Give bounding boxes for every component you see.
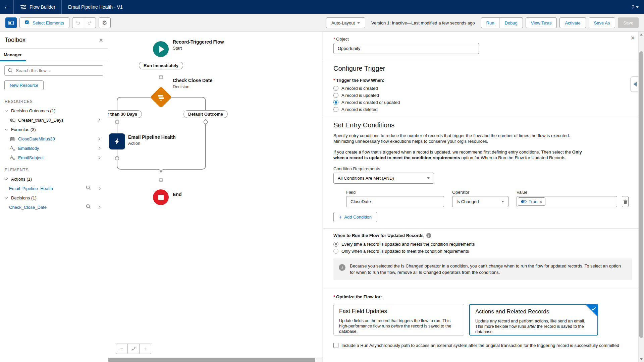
radio-record-created[interactable]: A record is created: [333, 86, 629, 91]
group-formulas[interactable]: Formulas (3): [4, 125, 103, 134]
search-input[interactable]: [4, 65, 103, 76]
save-as-button[interactable]: Save As: [589, 17, 615, 28]
connector-add-node[interactable]: [115, 120, 119, 124]
group-decisions[interactable]: Decisions (1): [4, 193, 103, 202]
undo-button[interactable]: [72, 17, 84, 28]
delete-condition-button[interactable]: [622, 196, 629, 207]
chevron-down-icon: [427, 177, 430, 179]
condition-field-input[interactable]: [346, 196, 444, 207]
fit-view-button[interactable]: [127, 344, 140, 354]
run-button[interactable]: Run: [481, 17, 500, 28]
flow-canvas[interactable]: Record-Triggered Flow Start Run Immediat…: [108, 32, 323, 362]
view-tests-button[interactable]: View Tests: [526, 17, 557, 28]
redo-icon: [87, 20, 92, 25]
group-decision-outcomes[interactable]: Decision Outcomes (1): [4, 106, 103, 115]
condition-value-field[interactable]: True: [517, 196, 617, 207]
panel-close-icon[interactable]: [631, 34, 635, 42]
help-menu-button[interactable]: ?: [632, 4, 639, 10]
toggle-toolbox-button[interactable]: [5, 17, 17, 28]
when-to-run-label: When to Run the Flow for Updated Records: [333, 233, 424, 238]
version-status: Version 1: Inactive—Last modified a few …: [371, 20, 475, 25]
object-input[interactable]: [333, 43, 479, 54]
new-resource-button[interactable]: New Resource: [4, 80, 44, 90]
chevron-down-icon: [5, 177, 8, 180]
elements-heading: ELEMENTS: [5, 168, 103, 172]
run-immediately-badge[interactable]: Run Immediately: [139, 62, 183, 69]
radio-selected-icon: [333, 100, 338, 105]
resources-heading: RESOURCES: [5, 99, 103, 104]
select-elements-button[interactable]: Select Elements: [19, 17, 69, 28]
info-icon[interactable]: [426, 233, 431, 238]
scrollbar-thumb[interactable]: [108, 358, 315, 362]
zoom-out-button[interactable]: [116, 344, 128, 354]
flow-connectors: [108, 32, 323, 362]
lightning-bolt-icon: [113, 138, 121, 145]
remove-value-icon[interactable]: [539, 199, 542, 204]
scroll-up-icon[interactable]: [640, 34, 643, 36]
end-node[interactable]: [153, 189, 169, 205]
radio-record-updated[interactable]: A record is updated: [333, 93, 629, 98]
radio-record-deleted[interactable]: A record is deleted: [333, 107, 629, 112]
optimize-card-actions-related-records[interactable]: Actions and Related Records Update any r…: [469, 304, 598, 336]
toolbox-title: Toolbox: [5, 37, 99, 44]
radio-selected-disabled-icon: [333, 242, 338, 247]
resource-item-outcome[interactable]: Greater_than_30_Days: [4, 115, 103, 125]
resource-item-formula[interactable]: CloseDateMinus30: [4, 134, 103, 143]
default-outcome-branch-label[interactable]: Default Outcome: [183, 110, 228, 118]
divider: [323, 228, 644, 229]
action-node[interactable]: [109, 133, 125, 149]
group-actions[interactable]: Actions (1): [4, 174, 103, 184]
checkbox-icon[interactable]: [333, 343, 338, 348]
connector-add-node[interactable]: [204, 120, 208, 124]
action-node-label: Email Pipeline Health Action: [128, 134, 176, 146]
text-formula-icon: [9, 145, 15, 151]
add-condition-button[interactable]: Add Condition: [333, 212, 377, 222]
activate-button[interactable]: Activate: [559, 17, 586, 28]
find-on-canvas-icon[interactable]: [86, 204, 91, 210]
divider: [323, 117, 644, 117]
chevron-right-icon: [97, 187, 101, 190]
app-title: Flow Builder: [30, 4, 55, 10]
flow-settings-button[interactable]: [99, 17, 111, 28]
flow-toolbar: Select Elements Auto-Layout Version 1: I…: [0, 14, 644, 32]
toolbox-close-icon[interactable]: [99, 37, 103, 44]
zoom-in-button[interactable]: [139, 344, 151, 354]
back-icon[interactable]: [0, 0, 13, 14]
radio-icon: [333, 107, 338, 112]
tab-manager[interactable]: Manager: [0, 52, 26, 61]
canvas-horizontal-scrollbar[interactable]: [108, 357, 323, 362]
save-button[interactable]: Save: [618, 17, 639, 28]
toggle-icon: [9, 118, 15, 122]
panel-collapse-handle[interactable]: [630, 76, 639, 92]
outcome-branch-label[interactable]: Greater than 30 Days: [108, 110, 142, 118]
run-async-option[interactable]: Include a Run Asynchronously path to acc…: [333, 343, 629, 348]
connector-add-node[interactable]: [159, 178, 163, 182]
scroll-down-icon[interactable]: [640, 358, 643, 360]
auto-layout-select[interactable]: Auto-Layout: [326, 17, 365, 28]
radio-record-created-or-updated[interactable]: A record is created or updated: [333, 100, 629, 105]
debug-button[interactable]: Debug: [499, 17, 523, 28]
connector-add-node[interactable]: [115, 157, 119, 160]
flow-search: [4, 65, 103, 76]
start-node[interactable]: [153, 41, 169, 57]
optimize-card-fast-field-updates[interactable]: Fast Field Updates Update fields on the …: [333, 304, 464, 336]
element-item-action[interactable]: Email_Pipeline_Health: [4, 184, 103, 193]
redo-button[interactable]: [84, 17, 96, 28]
connector-add-node[interactable]: [159, 75, 163, 79]
resource-item-formula[interactable]: EmailBody: [4, 143, 103, 153]
resource-item-formula[interactable]: EmailSubject: [4, 153, 103, 162]
configure-trigger-heading: Configure Trigger: [333, 65, 629, 72]
scrollbar-thumb[interactable]: [639, 51, 643, 338]
calendar-icon: [9, 136, 15, 141]
condition-requirements-select[interactable]: All Conditions Are Met (AND): [333, 173, 434, 184]
element-item-decision[interactable]: Check_Close_Date: [4, 202, 103, 212]
operator-select[interactable]: Is Changed: [452, 196, 508, 207]
value-pill[interactable]: True: [518, 197, 545, 206]
panel-vertical-scrollbar[interactable]: [638, 32, 644, 362]
fit-view-icon: [131, 346, 136, 351]
condition-requirements-label: Condition Requirements: [333, 166, 629, 171]
find-on-canvas-icon[interactable]: [86, 185, 91, 191]
app-header: Flow Builder Email Pipeline Health - V1 …: [0, 0, 644, 14]
chevron-down-icon: [5, 196, 8, 199]
flow-builder-brand: Flow Builder: [14, 4, 61, 10]
